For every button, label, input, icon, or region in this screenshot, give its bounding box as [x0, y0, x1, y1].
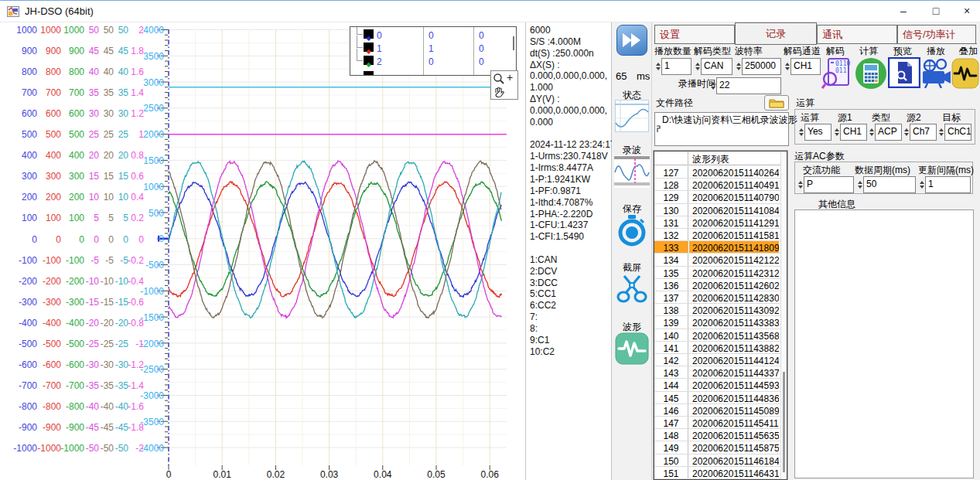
legend-marker[interactable]: ◆: [364, 71, 374, 76]
field-spinner-波特率[interactable]: 250000: [735, 58, 781, 75]
file-row-name: 20200620151140264.jhw: [689, 166, 779, 178]
legend-value-2: 0: [479, 30, 484, 41]
file-row-149[interactable]: 149 20200620151145875.jhw: [654, 441, 787, 454]
file-row-name: 20200620151140790.jhw: [689, 191, 779, 203]
legend-marker[interactable]: ◆: [364, 56, 374, 65]
y-axis-tick-label: -3500: [0, 417, 164, 427]
preview-button[interactable]: [888, 57, 920, 91]
file-row-144[interactable]: 144 20200620151144593.jhw: [654, 379, 787, 391]
browse-folder-button[interactable]: [764, 95, 789, 111]
close-button[interactable]: ×: [951, 1, 980, 22]
minimize-button[interactable]: –: [888, 1, 919, 22]
screenshot-scissors-icon[interactable]: [616, 273, 647, 305]
other-info-label: 其他信息: [818, 199, 855, 209]
save-stopwatch-icon[interactable]: [616, 214, 647, 247]
op-spinner-运算[interactable]: Yes: [797, 124, 831, 141]
file-table-header: 波形列表: [689, 151, 779, 165]
ac-spinner-数据周期(ms)[interactable]: 50: [856, 176, 916, 193]
file-row-137[interactable]: 137 20200620151142830.jhw: [654, 291, 787, 304]
file-row-140[interactable]: 140 20200620151143568.jhw: [654, 329, 787, 342]
ac-spinner-交流功能[interactable]: P: [797, 176, 854, 193]
svg-text:011: 011: [835, 67, 847, 74]
info-line: 5:CC1: [530, 288, 611, 300]
file-row-142[interactable]: 142 20200620151144124.jhw: [654, 354, 787, 366]
fast-forward-button[interactable]: [616, 25, 647, 56]
file-row-130[interactable]: 130 20200620151141084.jhw: [654, 204, 787, 216]
file-row-index: 127: [654, 166, 688, 178]
tab-信号/功率计[interactable]: 信号/功率计: [897, 25, 976, 44]
tab-记录[interactable]: 记录: [735, 22, 817, 45]
file-row-133[interactable]: 133 20200620151141809.jhw: [654, 241, 787, 254]
file-row-131[interactable]: 131 20200620151141291.jhw: [654, 216, 787, 229]
file-row-index: 141: [654, 342, 688, 353]
file-row-132[interactable]: 132 20200620151141581.jhw: [654, 229, 787, 241]
calculate-button[interactable]: [855, 57, 887, 93]
file-table-index-header: [654, 151, 688, 165]
file-row-151[interactable]: 151 20200620151146431.jhw: [654, 467, 787, 479]
status-waveform-icon[interactable]: [615, 100, 649, 132]
op-spinner-类型[interactable]: ACP: [868, 124, 902, 141]
file-row-139[interactable]: 139 20200620151143383.jhw: [654, 316, 787, 329]
maximize-button[interactable]: □: [920, 1, 951, 22]
file-row-name: 20200620151141084.jhw: [689, 204, 779, 216]
file-row-146[interactable]: 146 20200620151145089.jhw: [654, 404, 787, 417]
file-row-147[interactable]: 147 20200620151145411.jhw: [654, 417, 787, 429]
file-row-name: 20200620151141809.jhw: [689, 241, 779, 253]
legend-marker[interactable]: ◆: [364, 29, 374, 39]
overlay-button[interactable]: [951, 58, 979, 92]
file-row-141[interactable]: 141 20200620151143882.jhw: [654, 342, 787, 354]
op-spinner-源2[interactable]: Ch7: [903, 124, 937, 141]
file-row-127[interactable]: 127 20200620151140264.jhw: [654, 166, 787, 179]
file-table-scrollbar[interactable]: [780, 151, 787, 479]
file-row-128[interactable]: 128 20200620151140491.jhw: [654, 179, 787, 191]
file-row-150[interactable]: 150 20200620151146184.jhw: [654, 454, 787, 467]
tab-设置[interactable]: 设置: [654, 25, 735, 44]
legend-row[interactable]: ◆ 2 0 0: [350, 56, 516, 69]
ac-spinner-更新间隔(ms)[interactable]: 1: [918, 176, 971, 193]
file-row-134[interactable]: 134 20200620151142122.jhw: [654, 254, 787, 266]
file-row-name: 20200620151145411.jhw: [689, 417, 779, 428]
file-row-129[interactable]: 129 20200620151140790.jhw: [654, 191, 787, 203]
zoom-in-tool[interactable]: +: [507, 71, 513, 83]
pan-hand-tool-icon[interactable]: [493, 86, 505, 98]
op-spinner-源1[interactable]: CH1: [833, 124, 867, 141]
other-info-textarea[interactable]: [794, 209, 974, 478]
file-row-145[interactable]: 145 20200620151144836.jhw: [654, 392, 787, 404]
waveform-button-icon[interactable]: [615, 332, 649, 365]
file-row-name: 20200620151145089.jhw: [689, 404, 779, 416]
scale-col7-tick: 1.6: [0, 66, 144, 77]
waveform-file-table[interactable]: 波形列表 127 20200620151140264.jhw128 202006…: [654, 151, 787, 480]
legend-row[interactable]: ◆ 0 0 0: [350, 29, 516, 43]
play-button[interactable]: [920, 59, 951, 91]
file-row-138[interactable]: 138 20200620151143092.jhw: [654, 304, 787, 316]
file-row-148[interactable]: 148 20200620151145635.jhw: [654, 429, 787, 441]
info-line: 1-CFI:1.5490: [530, 231, 611, 243]
file-table-scroll-thumb[interactable]: [783, 372, 785, 472]
field-spinner-解码通道[interactable]: CH1: [784, 58, 821, 75]
legend-marker[interactable]: ◆: [364, 43, 374, 52]
x-axis-tick-label: 0.02: [267, 469, 285, 480]
info-line: ΔX(S) :: [530, 60, 611, 71]
field-spinner-播放数量[interactable]: 1: [654, 58, 691, 75]
file-row-name: 20200620151144836.jhw: [689, 392, 779, 403]
file-row-136[interactable]: 136 20200620151142602.jhw: [654, 279, 787, 291]
file-row-143[interactable]: 143 20200620151144337.jhw: [654, 366, 787, 379]
ac-label-数据周期(ms): 数据周期(ms): [855, 165, 910, 175]
tab-通讯[interactable]: 通讯: [817, 25, 897, 44]
op-spinner-目标[interactable]: ChC1: [937, 124, 971, 141]
y-axis-tick-label: 3000: [0, 77, 164, 88]
record-time-spinner[interactable]: 22: [709, 77, 781, 94]
plot-legend[interactable]: ◆ 0 0 0 ◆ 1 1 0 ◆ 2 0 0◆: [350, 26, 517, 76]
file-path-box[interactable]: D:\快速访问资料\三相机录波波形: [654, 112, 789, 146]
y-axis-tick-label: 2000: [0, 129, 164, 140]
field-spinner-解码类型[interactable]: CAN: [694, 58, 732, 75]
zoom-tool-icon[interactable]: [493, 73, 505, 85]
decode-button[interactable]: 0110 011: [821, 57, 851, 93]
file-row-index: 138: [654, 304, 688, 315]
legend-row[interactable]: ◆ 1 1 0: [350, 43, 516, 56]
info-line: 9:C1: [530, 335, 611, 346]
file-row-135[interactable]: 135 20200620151142312.jhw: [654, 267, 787, 279]
file-row-index: 131: [654, 216, 688, 228]
record-wave-icon[interactable]: [614, 155, 650, 188]
x-axis-tick-label: 0: [166, 469, 172, 480]
